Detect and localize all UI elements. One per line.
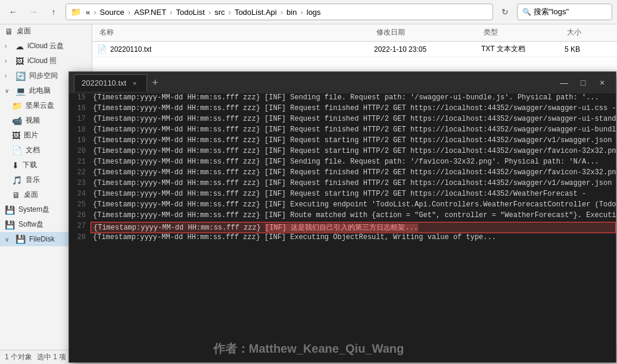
tab-close-button[interactable]: × (130, 79, 139, 88)
line-content: {Timestamp:yyyy-MM-dd HH:mm:ss.fff zzz} … (91, 179, 616, 190)
code-line: 24 {Timestamp:yyyy-MM-dd HH:mm:ss.fff zz… (69, 190, 616, 200)
breadcrumb-part: « (86, 8, 90, 17)
line-content: {Timestamp:yyyy-MM-dd HH:mm:ss.fff zzz} … (91, 158, 616, 168)
code-line: 19 {Timestamp:yyyy-MM-dd HH:mm:ss.fff zz… (69, 136, 616, 147)
line-content: {Timestamp:yyyy-MM-dd HH:mm:ss.fff zzz} … (91, 115, 616, 125)
download-icon: ⬇ (12, 161, 19, 170)
file-row[interactable]: 📄 20220110.txt 2022-1-10 23:05 TXT 文本文档 … (92, 42, 617, 57)
code-line: 18 {Timestamp:yyyy-MM-dd HH:mm:ss.fff zz… (69, 125, 616, 136)
line-number: 21 (69, 158, 91, 168)
search-bar[interactable]: 🔍 搜索"logs" (517, 4, 612, 20)
tab-title: 20220110.txt (82, 79, 126, 87)
add-tab-button[interactable]: + (149, 77, 161, 89)
code-line: 23 {Timestamp:yyyy-MM-dd HH:mm:ss.fff zz… (69, 179, 616, 190)
column-name: 名称 (97, 26, 374, 39)
highlight-span: [INF] 这是我们自己引入的第三方日志框架... (265, 224, 418, 232)
file-name-text: 20220110.txt (110, 45, 151, 54)
line-number: 24 (69, 190, 91, 200)
sync-icon: 🔄 (15, 71, 26, 81)
pictures-icon: 🖼 (12, 131, 20, 140)
txt-file-icon: 📄 (97, 45, 107, 54)
file-size: 5 KB (565, 45, 612, 54)
sidebar-label: 桌面 (24, 190, 38, 200)
code-line: 21 {Timestamp:yyyy-MM-dd HH:mm:ss.fff zz… (69, 158, 616, 168)
disk2-icon: 💾 (5, 220, 15, 230)
line-number: 23 (69, 179, 91, 190)
cloud-icon: ☁ (15, 42, 24, 51)
filedisk-icon: 💾 (15, 234, 26, 244)
line-number: 22 (69, 168, 91, 179)
close-window-button[interactable]: × (593, 74, 611, 91)
sidebar-item-icloud-photos[interactable]: › 🖼 iCloud 照 (0, 54, 92, 68)
line-number: 20 (69, 147, 91, 158)
code-line-highlighted: 27 {Timestamp:yyyy-MM-dd HH:mm:ss.fff zz… (69, 222, 616, 233)
minimize-button[interactable]: — (555, 74, 573, 91)
line-number: 17 (69, 115, 91, 125)
arrow-icon: › (5, 43, 12, 49)
code-line: 28 {Timestamp:yyyy-MM-dd HH:mm:ss.fff zz… (69, 233, 616, 244)
editor-tab[interactable]: 20220110.txt × (74, 74, 147, 92)
file-type: TXT 文本文档 (481, 44, 565, 54)
line-number: 19 (69, 136, 91, 147)
video-icon: 📹 (12, 116, 22, 125)
sidebar-label: 音乐 (26, 175, 40, 185)
search-text: 搜索"logs" (534, 7, 569, 17)
line-content: {Timestamp:yyyy-MM-dd HH:mm:ss.fff zzz} … (91, 168, 616, 179)
music-icon: 🎵 (12, 175, 22, 185)
arrow-icon: › (5, 73, 12, 79)
sidebar-label: iCloud 照 (27, 56, 57, 66)
file-list-header: 名称 修改日期 类型 大小 (92, 24, 617, 42)
refresh-button[interactable]: ↻ (497, 4, 513, 20)
watermark: 作者：Matthew_Keane_Qiu_Wang (213, 341, 404, 357)
desktop2-icon: 🖥 (12, 190, 20, 200)
line-number: 26 (69, 211, 91, 222)
editor-window: 20220110.txt × + — □ × 15 {Timestamp:yyy… (68, 71, 616, 363)
status-selected: 选中 1 项 (37, 352, 66, 362)
breadcrumb-aspnet: ASP.NET (134, 8, 166, 17)
editor-titlebar: 20220110.txt × + — □ × (69, 72, 616, 93)
sidebar-label: 文档 (26, 145, 40, 155)
up-button[interactable]: ↑ (45, 4, 62, 20)
sidebar-label: iCloud 云盘 (27, 41, 64, 51)
sidebar-label: 同步空间 (29, 71, 58, 81)
sidebar-label: 视频 (26, 115, 40, 125)
arrow-icon: ∨ (5, 236, 12, 243)
folder-icon: 📁 (71, 7, 81, 17)
column-date: 修改日期 (374, 26, 481, 39)
disk-icon: 💾 (5, 205, 15, 215)
sidebar-label: 下载 (23, 160, 37, 170)
editor-content[interactable]: 15 {Timestamp:yyyy-MM-dd HH:mm:ss.fff zz… (69, 93, 616, 362)
line-content: {Timestamp:yyyy-MM-dd HH:mm:ss.fff zzz} … (91, 93, 616, 104)
code-line: 26 {Timestamp:yyyy-MM-dd HH:mm:ss.fff zz… (69, 211, 616, 222)
docs-icon: 📄 (12, 146, 22, 155)
sidebar-label: Softw盘 (18, 219, 43, 230)
line-content: {Timestamp:yyyy-MM-dd HH:mm:ss.fff zzz} … (91, 233, 616, 244)
sidebar-item-icloud-drive[interactable]: › ☁ iCloud 云盘 (0, 39, 92, 54)
forward-button[interactable]: → (25, 4, 42, 20)
line-number: 18 (69, 125, 91, 136)
sidebar-label: System盘 (18, 205, 49, 215)
sidebar-label: 此电脑 (29, 86, 51, 96)
breadcrumb-api: TodoList.Api (235, 8, 277, 17)
breadcrumb-logs: logs (307, 8, 321, 17)
sidebar-label: 桌面 (17, 26, 31, 36)
breadcrumb-bin: bin (286, 8, 297, 17)
line-number: 15 (69, 93, 91, 104)
line-content: {Timestamp:yyyy-MM-dd HH:mm:ss.fff zzz} … (91, 200, 616, 211)
sidebar-label: 坚果云盘 (26, 101, 54, 111)
maximize-button[interactable]: □ (574, 74, 592, 91)
breadcrumb-todolist: TodoList (176, 8, 204, 17)
pc-icon: 💻 (15, 86, 26, 96)
code-line: 25 {Timestamp:yyyy-MM-dd HH:mm:ss.fff zz… (69, 200, 616, 211)
line-content: {Timestamp:yyyy-MM-dd HH:mm:ss.fff zzz} … (91, 190, 616, 200)
line-number: 27 (69, 222, 91, 233)
sidebar-item-desktop1[interactable]: 🖥 桌面 (0, 24, 92, 39)
arrow-icon: ∨ (5, 87, 12, 94)
arrow-icon: › (5, 58, 12, 64)
address-bar[interactable]: 📁 « › Source › ASP.NET › TodoList › src … (66, 4, 493, 20)
line-content: {Timestamp:yyyy-MM-dd HH:mm:ss.fff zzz} … (91, 147, 616, 158)
back-button[interactable]: ← (5, 4, 21, 20)
breadcrumb-source: Source (100, 8, 124, 17)
line-number: 25 (69, 200, 91, 211)
column-size: 大小 (565, 26, 612, 39)
